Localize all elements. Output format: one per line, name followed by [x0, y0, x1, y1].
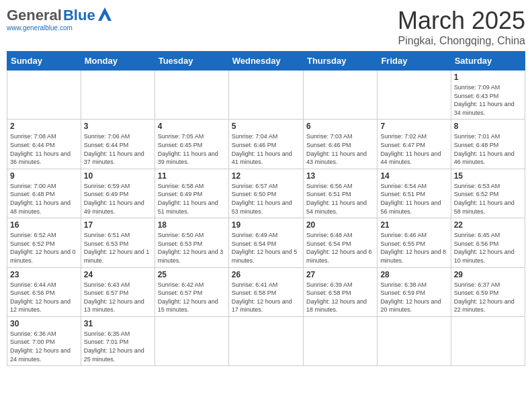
month-title: March 2025: [398, 7, 525, 35]
day-number: 1: [454, 73, 522, 82]
day-info: Sunrise: 6:58 AM Sunset: 6:49 PM Dayligh…: [158, 183, 218, 215]
calendar-cell: [451, 316, 525, 365]
day-info: Sunrise: 6:42 AM Sunset: 6:57 PM Dayligh…: [158, 281, 218, 314]
calendar-cell: 2 Sunrise: 7:08 AM Sunset: 6:44 PM Dayli…: [7, 120, 81, 169]
logo-area: General Blue www.generalblue.com: [7, 7, 112, 32]
day-info: Sunrise: 6:52 AM Sunset: 6:52 PM Dayligh…: [10, 232, 76, 264]
calendar-cell: 26 Sunrise: 6:41 AM Sunset: 6:58 PM Dayl…: [228, 267, 303, 316]
day-number: 17: [84, 220, 152, 230]
day-number: 31: [84, 319, 152, 328]
logo-row: General Blue: [7, 7, 112, 24]
location-title: Pingkai, Chongqing, China: [398, 35, 525, 47]
calendar-cell: 19 Sunrise: 6:49 AM Sunset: 6:54 PM Dayl…: [228, 218, 303, 267]
day-info: Sunrise: 7:09 AM Sunset: 6:43 PM Dayligh…: [454, 84, 515, 116]
day-number: 15: [454, 171, 522, 181]
calendar-cell: 11 Sunrise: 6:58 AM Sunset: 6:49 PM Dayl…: [154, 169, 228, 218]
day-number: 30: [10, 319, 78, 328]
day-number: 28: [380, 270, 447, 279]
calendar-row-0: 1 Sunrise: 7:09 AM Sunset: 6:43 PM Dayli…: [7, 71, 525, 120]
day-number: 29: [454, 270, 522, 279]
day-number: 13: [306, 171, 374, 181]
calendar-cell: 15 Sunrise: 6:53 AM Sunset: 6:52 PM Dayl…: [451, 169, 525, 218]
day-info: Sunrise: 7:08 AM Sunset: 6:44 PM Dayligh…: [10, 133, 71, 165]
calendar-cell: 30 Sunrise: 6:36 AM Sunset: 7:00 PM Dayl…: [7, 316, 81, 365]
calendar-cell: 9 Sunrise: 7:00 AM Sunset: 6:48 PM Dayli…: [7, 169, 81, 218]
day-number: 12: [232, 171, 300, 181]
day-info: Sunrise: 6:49 AM Sunset: 6:54 PM Dayligh…: [232, 232, 298, 264]
calendar-row-1: 2 Sunrise: 7:08 AM Sunset: 6:44 PM Dayli…: [7, 120, 525, 169]
day-number: 14: [380, 171, 447, 181]
logo-subtitle: www.generalblue.com: [7, 24, 73, 32]
calendar-cell: 31 Sunrise: 6:35 AM Sunset: 7:01 PM Dayl…: [81, 316, 154, 365]
day-number: 24: [84, 270, 152, 279]
day-info: Sunrise: 7:06 AM Sunset: 6:44 PM Dayligh…: [84, 133, 144, 165]
day-info: Sunrise: 7:01 AM Sunset: 6:48 PM Dayligh…: [454, 133, 515, 165]
day-info: Sunrise: 7:04 AM Sunset: 6:46 PM Dayligh…: [232, 133, 292, 165]
calendar-cell: 8 Sunrise: 7:01 AM Sunset: 6:48 PM Dayli…: [451, 120, 525, 169]
calendar-row-2: 9 Sunrise: 7:00 AM Sunset: 6:48 PM Dayli…: [7, 169, 525, 218]
day-info: Sunrise: 6:51 AM Sunset: 6:53 PM Dayligh…: [84, 232, 150, 264]
calendar-cell: 27 Sunrise: 6:39 AM Sunset: 6:58 PM Dayl…: [303, 267, 377, 316]
day-info: Sunrise: 6:37 AM Sunset: 6:59 PM Dayligh…: [454, 281, 515, 314]
title-area: March 2025 Pingkai, Chongqing, China: [398, 7, 525, 47]
day-info: Sunrise: 6:44 AM Sunset: 6:56 PM Dayligh…: [10, 281, 71, 314]
logo-triangle-icon: [98, 7, 112, 24]
day-number: 23: [10, 270, 78, 279]
day-number: 25: [158, 270, 226, 279]
day-info: Sunrise: 6:45 AM Sunset: 6:56 PM Dayligh…: [454, 232, 515, 264]
day-info: Sunrise: 6:59 AM Sunset: 6:49 PM Dayligh…: [84, 183, 144, 215]
header-tuesday: Tuesday: [154, 52, 228, 71]
day-number: 21: [380, 220, 447, 230]
logo-blue-text: Blue: [63, 7, 95, 24]
day-info: Sunrise: 6:39 AM Sunset: 6:58 PM Dayligh…: [306, 281, 367, 314]
header-monday: Monday: [81, 52, 154, 71]
calendar-cell: 20 Sunrise: 6:48 AM Sunset: 6:54 PM Dayl…: [303, 218, 377, 267]
day-number: 6: [306, 122, 374, 131]
calendar-cell: [7, 71, 81, 120]
calendar-cell: 14 Sunrise: 6:54 AM Sunset: 6:51 PM Dayl…: [378, 169, 451, 218]
day-info: Sunrise: 6:48 AM Sunset: 6:54 PM Dayligh…: [306, 232, 372, 264]
day-info: Sunrise: 6:56 AM Sunset: 6:51 PM Dayligh…: [306, 183, 367, 215]
calendar-cell: [303, 71, 377, 120]
calendar-cell: [154, 71, 228, 120]
day-info: Sunrise: 6:38 AM Sunset: 6:59 PM Dayligh…: [380, 281, 441, 314]
day-number: 2: [10, 122, 78, 131]
day-info: Sunrise: 7:00 AM Sunset: 6:48 PM Dayligh…: [10, 183, 71, 215]
calendar-cell: 21 Sunrise: 6:46 AM Sunset: 6:55 PM Dayl…: [378, 218, 451, 267]
day-info: Sunrise: 6:46 AM Sunset: 6:55 PM Dayligh…: [380, 232, 446, 264]
calendar-cell: 16 Sunrise: 6:52 AM Sunset: 6:52 PM Dayl…: [7, 218, 81, 267]
day-number: 22: [454, 220, 522, 230]
calendar-cell: 25 Sunrise: 6:42 AM Sunset: 6:57 PM Dayl…: [154, 267, 228, 316]
calendar-cell: 5 Sunrise: 7:04 AM Sunset: 6:46 PM Dayli…: [228, 120, 303, 169]
calendar-row-5: 30 Sunrise: 6:36 AM Sunset: 7:00 PM Dayl…: [7, 316, 525, 365]
calendar-cell: [303, 316, 377, 365]
day-number: 5: [232, 122, 300, 131]
calendar-cell: 23 Sunrise: 6:44 AM Sunset: 6:56 PM Dayl…: [7, 267, 81, 316]
calendar-cell: 4 Sunrise: 7:05 AM Sunset: 6:45 PM Dayli…: [154, 120, 228, 169]
day-number: 3: [84, 122, 152, 131]
day-number: 7: [380, 122, 447, 131]
calendar-cell: 7 Sunrise: 7:02 AM Sunset: 6:47 PM Dayli…: [378, 120, 451, 169]
calendar-cell: 13 Sunrise: 6:56 AM Sunset: 6:51 PM Dayl…: [303, 169, 377, 218]
day-number: 26: [232, 270, 300, 279]
day-info: Sunrise: 6:41 AM Sunset: 6:58 PM Dayligh…: [232, 281, 292, 314]
day-info: Sunrise: 6:53 AM Sunset: 6:52 PM Dayligh…: [454, 183, 515, 215]
calendar-cell: 29 Sunrise: 6:37 AM Sunset: 6:59 PM Dayl…: [451, 267, 525, 316]
header-thursday: Thursday: [303, 52, 377, 71]
calendar-cell: 10 Sunrise: 6:59 AM Sunset: 6:49 PM Dayl…: [81, 169, 154, 218]
calendar-cell: [378, 316, 451, 365]
day-number: 8: [454, 122, 522, 131]
day-info: Sunrise: 6:54 AM Sunset: 6:51 PM Dayligh…: [380, 183, 441, 215]
calendar-cell: [228, 316, 303, 365]
day-number: 20: [306, 220, 374, 230]
calendar-cell: [154, 316, 228, 365]
header-sunday: Sunday: [7, 52, 81, 71]
header-friday: Friday: [378, 52, 451, 71]
calendar-cell: 1 Sunrise: 7:09 AM Sunset: 6:43 PM Dayli…: [451, 71, 525, 120]
calendar-cell: 22 Sunrise: 6:45 AM Sunset: 6:56 PM Dayl…: [451, 218, 525, 267]
calendar-cell: 3 Sunrise: 7:06 AM Sunset: 6:44 PM Dayli…: [81, 120, 154, 169]
calendar-row-3: 16 Sunrise: 6:52 AM Sunset: 6:52 PM Dayl…: [7, 218, 525, 267]
day-number: 19: [232, 220, 300, 230]
day-info: Sunrise: 6:35 AM Sunset: 7:01 PM Dayligh…: [84, 330, 144, 363]
day-number: 4: [158, 122, 226, 131]
